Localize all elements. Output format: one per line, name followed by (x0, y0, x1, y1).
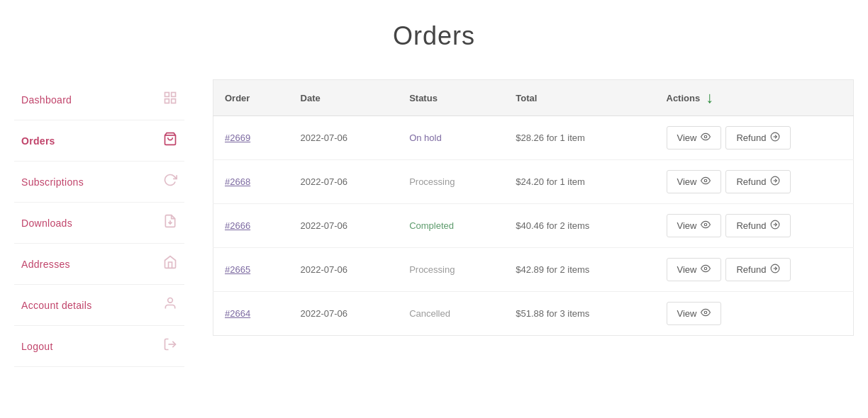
sidebar-item-label: Account details (21, 300, 91, 311)
sidebar-item-logout[interactable]: Logout (14, 326, 184, 367)
logout-icon (163, 337, 177, 355)
actions-buttons: View Refund (667, 258, 842, 281)
status-cell: Processing (398, 160, 504, 204)
addresses-icon (163, 255, 177, 273)
order-number-cell: #2664 (213, 292, 289, 336)
refund-icon (770, 220, 780, 232)
actions-buttons: View (667, 302, 842, 325)
table-row: #2664 2022-07-06 Cancelled $51.88 for 3 … (213, 292, 854, 336)
refund-label: Refund (736, 264, 766, 275)
sidebar-item-label: Addresses (21, 259, 70, 270)
order-number-cell: #2665 (213, 248, 289, 292)
sidebar-item-account-details[interactable]: Account details (14, 285, 184, 326)
eye-icon (701, 176, 711, 188)
view-button[interactable]: View (667, 302, 722, 325)
view-label: View (677, 308, 697, 319)
actions-cell: View Refund (655, 248, 854, 292)
refund-button[interactable]: Refund (725, 258, 791, 281)
view-button[interactable]: View (667, 258, 722, 281)
status-badge: Cancelled (409, 308, 450, 319)
table-row: #2669 2022-07-06 On hold $28.26 for 1 it… (213, 116, 854, 160)
view-button[interactable]: View (667, 126, 722, 149)
order-link[interactable]: #2665 (225, 264, 250, 275)
sidebar-item-label: Orders (21, 135, 55, 147)
main-content: Order Date Status Total (199, 79, 854, 418)
status-badge: Processing (409, 176, 455, 187)
sidebar: Dashboard Orders (14, 79, 199, 418)
eye-icon (701, 307, 711, 320)
sidebar-item-subscriptions[interactable]: Subscriptions (14, 162, 184, 203)
actions-buttons: View Refund (667, 214, 842, 237)
sidebar-item-label: Downloads (21, 218, 72, 229)
order-link[interactable]: #2669 (225, 132, 250, 143)
date-cell: 2022-07-06 (289, 204, 399, 248)
refund-icon (770, 132, 780, 144)
sidebar-item-label: Subscriptions (21, 176, 84, 188)
sidebar-item-downloads[interactable]: Downloads (14, 203, 184, 244)
col-actions: Actions ↓ (655, 80, 854, 116)
refund-label: Refund (736, 132, 766, 143)
order-link[interactable]: #2664 (225, 308, 250, 319)
table-body: #2669 2022-07-06 On hold $28.26 for 1 it… (213, 116, 854, 336)
date-cell: 2022-07-06 (289, 160, 399, 204)
dashboard-icon (163, 91, 177, 108)
svg-rect-2 (165, 99, 169, 103)
date-cell: 2022-07-06 (289, 116, 399, 160)
page-title: Orders (0, 21, 868, 51)
table-row: #2665 2022-07-06 Processing $42.89 for 2… (213, 248, 854, 292)
actions-cell: View Refund (655, 160, 854, 204)
actions-cell: View Refund (655, 204, 854, 248)
svg-rect-0 (165, 93, 169, 97)
content-area: Dashboard Orders (0, 79, 868, 418)
refund-button[interactable]: Refund (725, 170, 791, 193)
status-badge: Processing (409, 264, 455, 275)
table-row: #2666 2022-07-06 Completed $40.46 for 2 … (213, 204, 854, 248)
refund-button[interactable]: Refund (725, 126, 791, 149)
status-cell: Cancelled (398, 292, 504, 336)
svg-point-6 (168, 298, 173, 303)
orders-table: Order Date Status Total (213, 79, 854, 336)
status-cell: On hold (398, 116, 504, 160)
table-row: #2668 2022-07-06 Processing $24.20 for 1… (213, 160, 854, 204)
order-number-cell: #2666 (213, 204, 289, 248)
order-number-cell: #2669 (213, 116, 289, 160)
actions-header-wrapper: Actions ↓ (667, 90, 842, 106)
actions-cell: View Refund (655, 116, 854, 160)
date-cell: 2022-07-06 (289, 248, 399, 292)
order-link[interactable]: #2668 (225, 176, 250, 187)
subscriptions-icon (163, 173, 177, 191)
total-cell: $28.26 for 1 item (504, 116, 655, 160)
sidebar-item-addresses[interactable]: Addresses (14, 244, 184, 285)
eye-icon (701, 264, 711, 276)
svg-point-17 (705, 267, 708, 270)
col-total: Total (504, 80, 655, 116)
sidebar-item-orders[interactable]: Orders (14, 120, 184, 162)
status-badge: On hold (409, 132, 442, 143)
view-button[interactable]: View (667, 214, 722, 237)
view-label: View (677, 176, 697, 187)
refund-label: Refund (736, 220, 766, 231)
svg-point-11 (705, 179, 708, 182)
order-link[interactable]: #2666 (225, 220, 250, 231)
eye-icon (701, 132, 711, 144)
view-label: View (677, 264, 697, 275)
date-cell: 2022-07-06 (289, 292, 399, 336)
refund-icon (770, 264, 780, 276)
sidebar-item-label: Dashboard (21, 94, 72, 106)
actions-cell: View (655, 292, 854, 336)
downloads-icon (163, 214, 177, 232)
order-number-cell: #2668 (213, 160, 289, 204)
refund-button[interactable]: Refund (725, 214, 791, 237)
refund-label: Refund (736, 176, 766, 187)
svg-point-8 (705, 135, 708, 138)
svg-rect-1 (172, 93, 176, 97)
status-badge: Completed (409, 220, 454, 231)
view-button[interactable]: View (667, 170, 722, 193)
refund-icon (770, 176, 780, 188)
status-cell: Processing (398, 248, 504, 292)
down-arrow-icon: ↓ (706, 90, 713, 106)
view-label: View (677, 132, 697, 143)
col-order: Order (213, 80, 289, 116)
total-cell: $42.89 for 2 items (504, 248, 655, 292)
sidebar-item-dashboard[interactable]: Dashboard (14, 79, 184, 120)
